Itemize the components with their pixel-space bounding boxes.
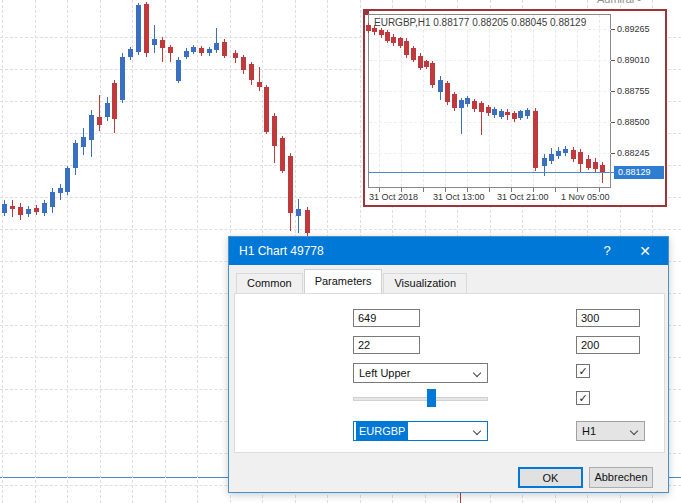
- candle-body: [199, 48, 204, 53]
- symbol-value-selected: EURGBP: [356, 422, 408, 440]
- candle-body: [280, 138, 285, 171]
- mini-chart-header: EURGBP,H1 0.88177 0.88205 0.88045 0.8812…: [374, 17, 586, 28]
- candle-body: [372, 28, 377, 32]
- candle-body: [593, 162, 598, 169]
- gridline-v: [132, 0, 133, 503]
- candle-body: [160, 40, 165, 48]
- candle-body: [26, 209, 31, 214]
- gridline-v: [197, 0, 198, 503]
- gridline-v: [511, 15, 512, 187]
- candle-body: [379, 30, 384, 35]
- dialog-titlebar[interactable]: H1 Chart 49778 ? ✕: [229, 237, 668, 265]
- corner-value: Left Upper: [359, 367, 410, 379]
- candle-body: [533, 111, 538, 168]
- x-distance-input[interactable]: [353, 309, 420, 327]
- period-value: H1: [582, 425, 596, 437]
- candle-body: [391, 37, 396, 43]
- candle-body: [479, 103, 484, 112]
- candle-body: [105, 103, 110, 117]
- tab-visualization[interactable]: Visualization: [383, 273, 467, 293]
- gridline-v: [2, 0, 3, 503]
- tab-common[interactable]: Common: [236, 273, 303, 293]
- tab-parameters[interactable]: Parameters: [304, 269, 383, 293]
- gridline-h: [369, 60, 611, 61]
- y-distance-input[interactable]: [353, 336, 420, 354]
- candle-body: [366, 25, 371, 31]
- candle-body: [168, 47, 173, 53]
- candle-body: [288, 156, 293, 213]
- price-tick-label: 0.89265: [617, 24, 650, 34]
- candle-body: [136, 5, 141, 52]
- close-button[interactable]: ✕: [630, 237, 660, 265]
- candle-body: [34, 208, 39, 212]
- help-button[interactable]: ?: [592, 237, 622, 265]
- price-tick: [611, 60, 615, 61]
- candle-body: [191, 47, 196, 52]
- ok-button[interactable]: OK: [518, 467, 583, 488]
- candle-body: [411, 48, 416, 60]
- cancel-button[interactable]: Abbrechen: [589, 467, 653, 488]
- gridline-v: [599, 15, 600, 187]
- candle-body: [472, 101, 477, 109]
- height-input[interactable]: [576, 336, 640, 354]
- gridline-h: [369, 122, 611, 123]
- price-tick: [611, 29, 615, 30]
- time-tick-label: 31 Oct 13:00: [433, 192, 485, 202]
- candle-body: [97, 117, 102, 125]
- time-tick-label: 1 Nov 05:00: [561, 192, 610, 202]
- chevron-down-icon: [630, 427, 638, 435]
- candle-body: [176, 60, 181, 81]
- candle-body: [264, 87, 269, 132]
- candle-wick: [298, 199, 299, 233]
- gridline-v: [489, 15, 490, 187]
- candle-body: [385, 32, 390, 41]
- candle-body: [272, 116, 277, 146]
- time-tick: [423, 188, 424, 192]
- checkmark-icon: ✓: [578, 365, 587, 377]
- dates-scale-checkbox[interactable]: ✓: [576, 364, 590, 378]
- price-tick-label: 0.89010: [617, 55, 650, 65]
- scale-slider-thumb[interactable]: [427, 389, 436, 407]
- candle-body: [2, 204, 7, 213]
- scale-slider-track[interactable]: [353, 397, 488, 401]
- period-dropdown[interactable]: H1: [576, 421, 645, 441]
- time-tick-label: 31 Oct 2018: [369, 192, 418, 202]
- gridline-v: [555, 15, 556, 187]
- gridline-h: [369, 91, 611, 92]
- candle-body: [305, 210, 310, 233]
- candle-body: [578, 152, 583, 164]
- candle-body: [18, 207, 23, 215]
- dialog-title: H1 Chart 49778: [239, 237, 324, 265]
- chevron-down-icon: [473, 369, 481, 377]
- gridline-v: [35, 0, 36, 503]
- time-tick-label: 31 Oct 21:00: [497, 192, 549, 202]
- candle-body: [241, 57, 246, 70]
- candle-body: [207, 49, 212, 53]
- mini-chart-object[interactable]: EURGBP,H1 0.88177 0.88205 0.88045 0.8812…: [363, 9, 667, 207]
- candle-body: [73, 143, 78, 168]
- candle-body: [10, 206, 15, 209]
- tab-bar: Common Parameters Visualization: [236, 273, 468, 293]
- candle-body: [89, 115, 94, 140]
- candle-body: [112, 83, 117, 119]
- corner-dropdown[interactable]: Left Upper: [353, 363, 488, 383]
- candle-body: [65, 168, 70, 192]
- candle-body: [512, 113, 517, 119]
- gridline-h: [0, 229, 681, 230]
- candle-body: [459, 100, 464, 108]
- prices-scale-checkbox[interactable]: ✓: [576, 391, 590, 405]
- candle-body: [144, 4, 149, 53]
- candle-body: [184, 51, 189, 57]
- candle-body: [42, 203, 47, 213]
- candle-body: [120, 57, 125, 100]
- broker-watermark: Admiral -: [597, 0, 641, 5]
- candle-body: [50, 192, 55, 207]
- price-tick: [611, 122, 615, 123]
- candle-body: [418, 56, 423, 68]
- price-tick-label: 0.88755: [617, 86, 650, 96]
- width-input[interactable]: [576, 309, 640, 327]
- symbol-dropdown[interactable]: EURGBP: [353, 421, 488, 441]
- candle-body: [525, 110, 530, 116]
- candle-body: [404, 41, 409, 55]
- gridline-v: [165, 0, 166, 503]
